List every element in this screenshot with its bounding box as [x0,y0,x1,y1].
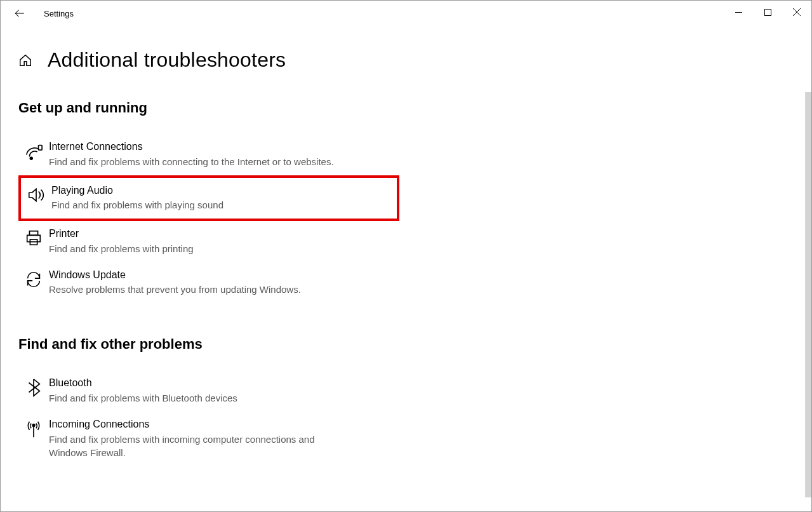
internet-icon [18,140,49,161]
item-title: Incoming Connections [49,418,393,431]
svg-point-5 [30,157,32,159]
scrollbar[interactable] [805,92,811,497]
back-button[interactable] [7,1,32,26]
home-icon[interactable] [18,53,32,67]
scrollbar-thumb[interactable] [806,92,811,497]
window-controls [724,4,811,22]
item-title: Bluetooth [49,377,393,390]
update-icon [18,269,49,289]
item-title: Internet Connections [49,140,393,154]
item-internet-connections[interactable]: Internet Connections Find and fix proble… [18,134,399,175]
bluetooth-icon [18,377,49,397]
svg-point-11 [32,424,35,426]
section1-title: Get up and running [18,100,567,116]
item-bluetooth[interactable]: Bluetooth Find and fix problems with Blu… [18,370,399,412]
item-printer[interactable]: Printer Find and fix problems with print… [18,221,399,262]
maximize-button[interactable] [753,2,782,22]
minimize-icon [735,9,742,16]
close-button[interactable] [782,2,811,22]
antenna-icon [18,418,49,438]
item-incoming-connections[interactable]: Incoming Connections Find and fix proble… [18,412,399,466]
page-header: Additional troubleshooters [18,48,567,72]
section2-title: Find and fix other problems [18,336,567,353]
svg-rect-2 [764,9,771,15]
item-text: Printer Find and fix problems with print… [49,227,393,256]
item-title: Windows Update [49,269,393,282]
item-playing-audio[interactable]: Playing Audio Find and fix problems with… [18,175,399,222]
item-windows-update[interactable]: Windows Update Resolve problems that pre… [18,262,399,304]
item-desc: Find and fix problems with incoming comp… [49,433,354,461]
close-icon [793,8,801,16]
item-text: Playing Audio Find and fix problems with… [51,184,390,213]
content: Additional troubleshooters Get up and ru… [1,26,585,466]
arrow-left-icon [14,8,25,19]
printer-icon [18,227,49,248]
titlebar: Settings [1,1,811,26]
audio-icon [21,184,51,205]
item-desc: Resolve problems that prevent you from u… [49,283,354,297]
item-title: Playing Audio [51,184,390,198]
item-text: Windows Update Resolve problems that pre… [49,269,393,297]
item-desc: Find and fix problems with printing [49,242,354,256]
svg-rect-7 [29,231,37,236]
item-text: Incoming Connections Find and fix proble… [49,418,393,460]
item-desc: Find and fix problems with connecting to… [49,155,354,169]
titlebar-left: Settings [7,1,74,26]
item-text: Internet Connections Find and fix proble… [49,140,393,169]
minimize-button[interactable] [724,2,753,22]
item-title: Printer [49,227,393,241]
svg-rect-8 [27,235,41,241]
svg-rect-6 [39,145,43,151]
item-text: Bluetooth Find and fix problems with Blu… [49,377,393,405]
item-desc: Find and fix problems with playing sound [51,198,356,212]
page-title: Additional troubleshooters [48,48,286,72]
app-title: Settings [44,9,74,18]
item-desc: Find and fix problems with Bluetooth dev… [49,391,354,405]
maximize-icon [764,9,771,16]
